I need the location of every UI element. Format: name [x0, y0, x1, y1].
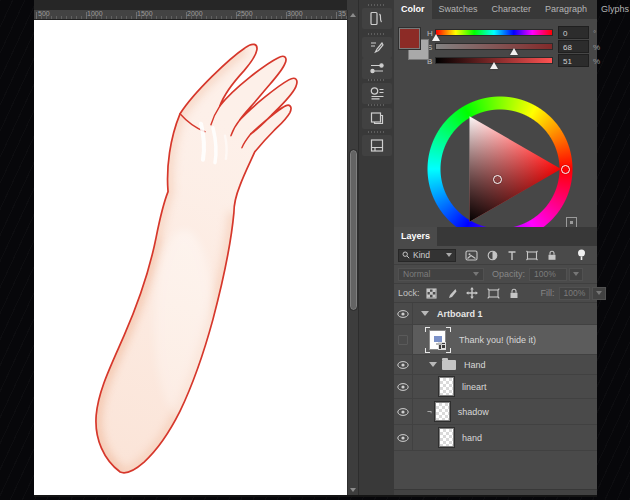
brightness-unit: % — [593, 57, 600, 66]
lock-row: Lock: Fill: 100% — [394, 284, 597, 303]
layer-row-lineart[interactable]: lineart — [394, 375, 597, 399]
panel-group-handle[interactable] — [368, 33, 386, 35]
fill-label: Fill: — [541, 288, 555, 298]
saturation-slider-track[interactable] — [435, 43, 553, 50]
adjustments-icon — [369, 138, 385, 153]
saturation-brightness-triangle[interactable] — [426, 95, 574, 243]
layer-row-thank-you[interactable]: Thank you! (hide it) — [394, 325, 597, 355]
clipping-mask-arrow-icon: ⌐ — [427, 407, 432, 416]
scrollbar-thumb[interactable] — [350, 150, 357, 310]
layer-name[interactable]: hand — [462, 433, 482, 443]
brightness-slider-track[interactable] — [435, 57, 553, 64]
panel-group-handle[interactable] — [368, 79, 386, 81]
lock-image-pixels-button[interactable] — [446, 288, 457, 299]
layer-thumbnail[interactable] — [425, 327, 451, 353]
brightness-slider-row: B 51 % — [427, 56, 597, 68]
tab-character[interactable]: Character — [485, 0, 539, 19]
foreground-swatch[interactable] — [399, 28, 420, 49]
layer-name[interactable]: lineart — [462, 382, 487, 392]
layer-filter-kind-dropdown[interactable]: Kind — [398, 249, 456, 262]
opacity-field[interactable]: 100% — [529, 268, 567, 281]
layer-row-artboard[interactable]: Artboard 1 — [394, 303, 597, 325]
layer-thumbnail[interactable] — [439, 377, 454, 396]
hue-unit: ° — [593, 29, 596, 38]
saturation-value-field[interactable]: 68 — [558, 40, 589, 53]
visibility-toggle[interactable] — [394, 425, 413, 450]
brush-settings-icon — [369, 11, 385, 26]
brush-settings-panel-button[interactable] — [362, 8, 392, 29]
brightness-value-field[interactable]: 51 — [558, 54, 589, 67]
lock-artboard-nesting-button[interactable] — [487, 288, 500, 299]
layer-row-hand[interactable]: hand — [394, 425, 597, 451]
eye-icon — [397, 310, 409, 318]
layers-filter-row: Kind — [394, 246, 597, 265]
triangle-selector[interactable] — [493, 175, 502, 184]
color-wheel[interactable] — [426, 95, 574, 243]
tab-swatches[interactable]: Swatches — [432, 0, 485, 19]
thumb-corner — [446, 327, 451, 332]
tab-paragraph[interactable]: Paragraph — [538, 0, 594, 19]
layer-row-hand-group[interactable]: Hand — [394, 355, 597, 375]
tab-layers[interactable]: Layers — [394, 227, 437, 246]
visibility-toggle[interactable] — [394, 355, 413, 374]
layer-name[interactable]: shadow — [458, 407, 489, 417]
document-canvas[interactable] — [34, 20, 347, 495]
visibility-toggle[interactable] — [394, 399, 413, 424]
type-layer-icon — [507, 250, 517, 261]
expand-collapse-chevron[interactable] — [429, 362, 437, 367]
paragraph-styles-panel-button[interactable] — [362, 83, 392, 104]
layer-row-shadow[interactable]: ⌐ shadow — [394, 399, 597, 425]
expand-collapse-chevron[interactable] — [421, 311, 429, 316]
eye-icon — [397, 434, 409, 442]
libraries-panel-button[interactable] — [362, 108, 392, 129]
visibility-toggle[interactable] — [394, 375, 413, 398]
filter-smart-objects-button[interactable] — [547, 250, 557, 261]
filter-shape-layers-button[interactable] — [526, 250, 538, 261]
brushes-panel-button[interactable] — [362, 37, 392, 58]
chevron-down-icon — [446, 253, 452, 257]
hue-value-field[interactable]: 0 — [558, 26, 589, 39]
hue-slider-handle[interactable] — [432, 34, 440, 41]
panel-group-handle[interactable] — [368, 131, 386, 133]
hidden-layer-eye-slot[interactable] — [398, 335, 408, 345]
layer-thumbnail[interactable] — [435, 402, 450, 421]
eye-icon — [397, 383, 409, 391]
blend-mode-dropdown[interactable]: Normal — [398, 268, 484, 281]
layer-thumbnail[interactable] — [439, 428, 454, 447]
lock-position-button[interactable] — [466, 287, 478, 299]
chevron-down-icon — [473, 272, 479, 276]
saturation-slider-row: S 68 % — [427, 42, 597, 54]
libraries-icon — [369, 111, 385, 126]
layer-filter-toggle[interactable] — [577, 249, 586, 261]
tool-presets-panel-button[interactable] — [362, 58, 392, 79]
fill-field[interactable]: 100% — [559, 287, 591, 300]
photoshop-window: 500 1000 1500 2000 2500 3000 35 — [34, 0, 597, 497]
lock-icon — [509, 288, 519, 299]
layer-name[interactable]: Hand — [464, 360, 486, 370]
hue-ring-selector[interactable] — [561, 165, 570, 174]
tab-glyphs[interactable]: Glyphs — [594, 0, 630, 19]
filter-pixel-layers-button[interactable] — [465, 250, 478, 261]
tab-color[interactable]: Color — [394, 0, 432, 19]
lock-transparent-pixels-button[interactable] — [426, 288, 437, 299]
hue-slider-track[interactable] — [435, 29, 553, 36]
panel-group-handle[interactable] — [368, 104, 386, 106]
canvas-vertical-scrollbar[interactable] — [347, 10, 358, 495]
brightness-slider-handle[interactable] — [490, 62, 498, 69]
lock-all-button[interactable] — [509, 288, 519, 299]
visibility-toggle[interactable] — [394, 325, 413, 354]
horizontal-ruler[interactable]: 500 1000 1500 2000 2500 3000 35 — [34, 10, 347, 20]
fill-scrubber[interactable] — [592, 287, 606, 300]
visibility-toggle[interactable] — [394, 303, 413, 324]
panel-group-handle[interactable] — [368, 4, 386, 6]
scroll-up-arrow-icon[interactable] — [350, 13, 356, 17]
scroll-down-arrow-icon[interactable] — [350, 488, 356, 492]
layer-name[interactable]: Thank you! (hide it) — [459, 335, 536, 345]
filter-adjustment-layers-button[interactable] — [487, 250, 498, 261]
adjustments-panel-button[interactable] — [362, 135, 392, 156]
filter-type-layers-button[interactable] — [507, 250, 517, 261]
opacity-scrubber[interactable] — [569, 268, 583, 281]
saturation-slider-handle[interactable] — [510, 48, 518, 55]
ruler-label: 500 — [38, 10, 50, 17]
layer-name[interactable]: Artboard 1 — [437, 309, 483, 319]
